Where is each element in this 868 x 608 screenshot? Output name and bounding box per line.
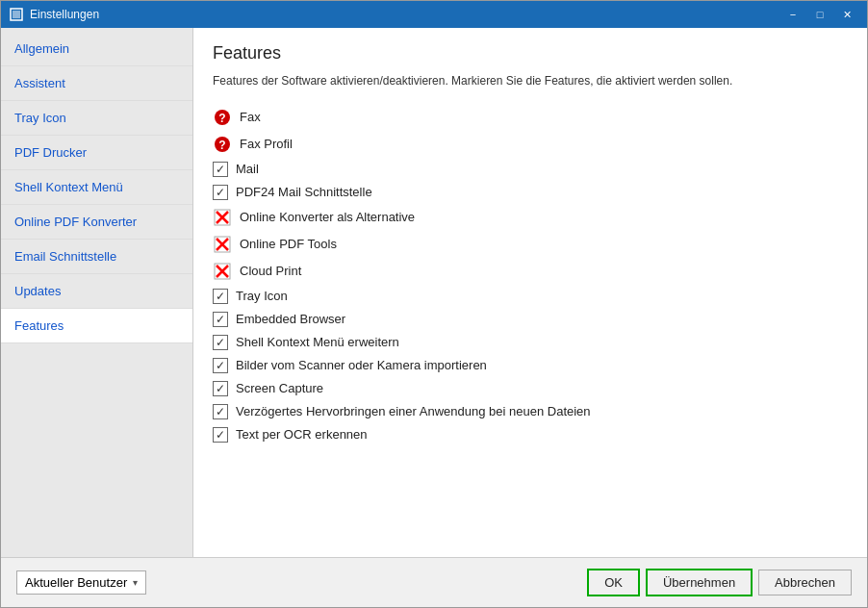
- feature-item-embedded-browser[interactable]: Embedded Browser: [213, 309, 848, 330]
- feature-label-screen-capture: Screen Capture: [236, 381, 323, 395]
- checkbox-question-icon: ?: [213, 108, 232, 127]
- apply-button[interactable]: Übernehmen: [646, 569, 753, 596]
- feature-label-mail: Mail: [236, 162, 259, 176]
- feature-item-mail[interactable]: Mail: [213, 159, 848, 180]
- checkbox-checked-icon: [213, 185, 228, 200]
- feature-item-online-pdf-tools[interactable]: Online PDF Tools: [213, 232, 848, 257]
- ok-button[interactable]: OK: [587, 569, 640, 596]
- feature-label-fax-profil: Fax Profil: [240, 137, 293, 151]
- feature-label-scanner-import: Bilder vom Scanner oder Kamera importier…: [236, 358, 487, 372]
- checkbox-checked-icon: [213, 358, 228, 373]
- svg-text:?: ?: [218, 139, 225, 152]
- content-description: Features der Software aktivieren/deaktiv…: [213, 73, 848, 89]
- feature-label-online-pdf-tools: Online PDF Tools: [240, 237, 337, 251]
- content-area: Features Features der Software aktiviere…: [193, 28, 867, 557]
- sidebar-item-tray-icon[interactable]: Tray Icon: [1, 101, 192, 136]
- checkbox-x-icon: [213, 262, 232, 281]
- sidebar-item-shell-kontext[interactable]: Shell Kontext Menü: [1, 170, 192, 205]
- feature-label-text-ocr: Text per OCR erkennen: [236, 427, 368, 442]
- bottom-right: OK Übernehmen Abbrechen: [587, 569, 852, 596]
- feature-label-verzoegertes: Verzögertes Hervorbringen einer Anwendun…: [236, 404, 591, 418]
- window-title: Einstellungen: [30, 8, 780, 21]
- feature-item-screen-capture[interactable]: Screen Capture: [213, 378, 848, 399]
- sidebar: AllgemeinAssistentTray IconPDF DruckerSh…: [1, 28, 193, 557]
- title-bar: Einstellungen − □ ✕: [1, 1, 867, 28]
- cancel-button[interactable]: Abbrechen: [758, 570, 852, 595]
- sidebar-item-features[interactable]: Features: [1, 309, 192, 343]
- sidebar-item-updates[interactable]: Updates: [1, 274, 192, 309]
- checkbox-checked-icon: [213, 427, 228, 443]
- main-content: AllgemeinAssistentTray IconPDF DruckerSh…: [1, 28, 867, 557]
- bottom-left: Aktueller Benutzer ▾: [16, 570, 146, 595]
- bottom-bar: Aktueller Benutzer ▾ OK Übernehmen Abbre…: [1, 557, 867, 607]
- feature-label-pdf24-mail: PDF24 Mail Schnittstelle: [236, 185, 372, 199]
- feature-item-text-ocr[interactable]: Text per OCR erkennen: [213, 424, 848, 445]
- checkbox-checked-icon: [213, 289, 228, 304]
- feature-label-embedded-browser: Embedded Browser: [236, 312, 345, 326]
- maximize-button[interactable]: □: [807, 5, 832, 24]
- checkbox-checked-icon: [213, 381, 228, 396]
- dropdown-arrow-icon: ▾: [133, 577, 138, 588]
- feature-item-online-konverter-alt[interactable]: Online Konverter als Alternative: [213, 205, 848, 230]
- feature-item-shell-kontext-erweitern[interactable]: Shell Kontext Menü erweitern: [213, 332, 848, 353]
- feature-label-shell-kontext-erweitern: Shell Kontext Menü erweitern: [236, 335, 399, 349]
- minimize-button[interactable]: −: [780, 5, 805, 24]
- feature-label-online-konverter-alt: Online Konverter als Alternative: [240, 210, 415, 224]
- svg-rect-1: [13, 11, 20, 18]
- feature-label-cloud-print: Cloud Print: [240, 264, 301, 278]
- feature-item-scanner-import[interactable]: Bilder vom Scanner oder Kamera importier…: [213, 355, 848, 376]
- sidebar-item-online-konverter[interactable]: Online PDF Konverter: [1, 205, 192, 240]
- checkbox-checked-icon: [213, 312, 228, 327]
- feature-item-tray-icon[interactable]: Tray Icon: [213, 286, 848, 307]
- checkbox-checked-icon: [213, 404, 228, 419]
- content-title: Features: [213, 43, 848, 63]
- feature-list: ? Fax ? Fax ProfilMailPDF24 Mail Schnitt…: [213, 105, 848, 445]
- svg-text:?: ?: [218, 112, 225, 125]
- checkbox-checked-icon: [213, 162, 228, 177]
- user-dropdown[interactable]: Aktueller Benutzer ▾: [16, 570, 146, 595]
- checkbox-question-icon: ?: [213, 135, 232, 154]
- sidebar-item-assistent[interactable]: Assistent: [1, 66, 192, 101]
- checkbox-x-icon: [213, 235, 232, 254]
- checkbox-x-icon: [213, 208, 232, 227]
- checkbox-checked-icon: [213, 335, 228, 350]
- window-icon: [9, 7, 24, 22]
- feature-item-cloud-print[interactable]: Cloud Print: [213, 259, 848, 284]
- feature-item-verzoegertes[interactable]: Verzögertes Hervorbringen einer Anwendun…: [213, 401, 848, 422]
- close-button[interactable]: ✕: [834, 5, 859, 24]
- feature-label-fax: Fax: [240, 110, 261, 124]
- user-dropdown-label: Aktueller Benutzer: [25, 575, 127, 590]
- feature-label-tray-icon: Tray Icon: [236, 289, 288, 303]
- sidebar-item-allgemein[interactable]: Allgemein: [1, 32, 192, 66]
- feature-item-pdf24-mail[interactable]: PDF24 Mail Schnittstelle: [213, 182, 848, 203]
- feature-item-fax-profil[interactable]: ? Fax Profil: [213, 132, 848, 157]
- sidebar-item-pdf-drucker[interactable]: PDF Drucker: [1, 136, 192, 170]
- feature-item-fax[interactable]: ? Fax: [213, 105, 848, 130]
- sidebar-item-email[interactable]: Email Schnittstelle: [1, 240, 192, 274]
- main-window: Einstellungen − □ ✕ AllgemeinAssistentTr…: [0, 0, 868, 608]
- content-panel: Features Features der Software aktiviere…: [193, 28, 867, 557]
- title-bar-buttons: − □ ✕: [780, 5, 859, 24]
